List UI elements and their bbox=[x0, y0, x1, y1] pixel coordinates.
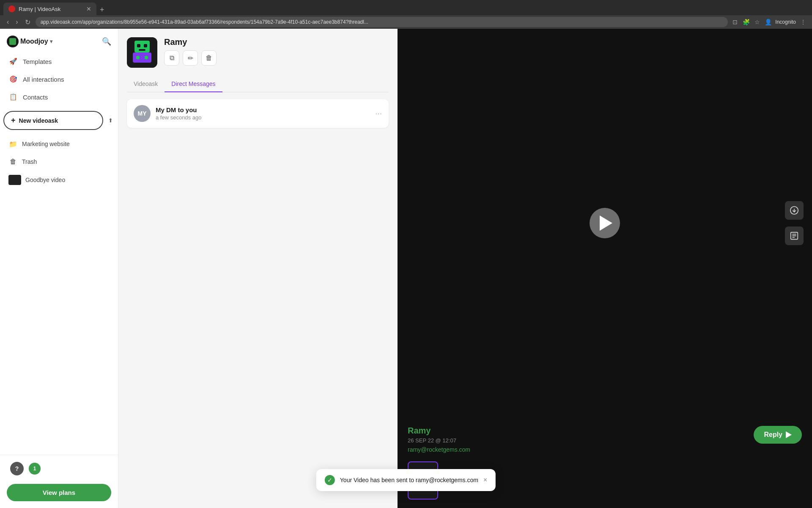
profile-icon[interactable]: 👤 bbox=[764, 18, 772, 26]
video-panel: Ramy 26 SEP 22 @ 12:07 ramy@rocketgems.c… bbox=[398, 29, 812, 508]
svg-rect-7 bbox=[145, 56, 148, 59]
target-icon: 🎯 bbox=[8, 75, 18, 84]
dm-content: My DM to you a few seconds ago bbox=[156, 106, 370, 121]
sidebar-item-contacts[interactable]: 📋 Contacts bbox=[3, 88, 115, 106]
workspace-logo bbox=[9, 38, 16, 45]
browser-chrome: Ramy | VideoAsk ✕ + ‹ › ↻ ⊡ 🧩 ☆ 👤 Incogn… bbox=[0, 0, 812, 29]
reload-button[interactable]: ↻ bbox=[23, 17, 32, 27]
svg-rect-6 bbox=[136, 56, 140, 59]
search-icon[interactable]: 🔍 bbox=[102, 37, 111, 46]
notifications-badge[interactable]: 1 bbox=[29, 463, 41, 475]
trash-icon: 🗑 bbox=[8, 157, 18, 166]
content-area: Ramy ⧉ ✏ 🗑 Videoask Direct Messages MY bbox=[118, 29, 812, 508]
sidebar-actions: + New videoask ⬆ bbox=[0, 108, 118, 133]
workspace-name-label: Moodjoy bbox=[20, 38, 48, 45]
import-button[interactable]: ⬆ bbox=[107, 116, 115, 125]
browser-tabs: Ramy | VideoAsk ✕ + bbox=[0, 0, 812, 15]
dm-more-icon[interactable]: ⋯ bbox=[375, 110, 382, 118]
incognito-label: Incognito bbox=[775, 19, 796, 25]
reply-button[interactable]: Reply bbox=[754, 426, 802, 444]
new-videoask-button[interactable]: + New videoask bbox=[3, 111, 103, 130]
plus-icon: + bbox=[11, 116, 16, 125]
contacts-icon: 📋 bbox=[8, 92, 18, 102]
new-tab-button[interactable]: + bbox=[96, 6, 108, 14]
video-email: ramy@rocketgems.com bbox=[408, 446, 470, 453]
tab-favicon bbox=[8, 6, 15, 12]
contact-actions: ⧉ ✏ 🗑 bbox=[164, 50, 389, 66]
toast-message: Your Video has been sent to ramy@rocketg… bbox=[340, 477, 478, 483]
sidebar-item-marketing-website[interactable]: 📁 Marketing website ••• bbox=[3, 135, 115, 153]
copy-button[interactable]: ⧉ bbox=[164, 50, 179, 66]
workspace-icon bbox=[7, 36, 19, 47]
sidebar-footer: ? 1 View plans bbox=[0, 455, 118, 508]
video-contact-name: Ramy bbox=[408, 426, 470, 436]
rocket-icon: 🚀 bbox=[8, 57, 18, 66]
extensions-icon: 🧩 bbox=[742, 18, 750, 26]
tab-videoask[interactable]: Videoask bbox=[127, 76, 165, 92]
address-bar[interactable] bbox=[36, 17, 728, 27]
app: Moodjoy ▾ 🔍 🚀 Templates 🎯 All interactio… bbox=[0, 29, 812, 508]
play-button[interactable] bbox=[590, 208, 620, 238]
play-icon bbox=[600, 215, 612, 231]
sidebar-item-all-interactions[interactable]: 🎯 All interactions bbox=[3, 70, 115, 88]
help-button[interactable]: ? bbox=[10, 462, 24, 475]
sidebar-item-label-marketing: Marketing website bbox=[22, 141, 70, 147]
back-button[interactable]: ‹ bbox=[5, 17, 11, 27]
toast-success-icon: ✓ bbox=[325, 475, 335, 485]
forward-button[interactable]: › bbox=[14, 17, 19, 27]
avatar bbox=[127, 37, 157, 68]
view-plans-button[interactable]: View plans bbox=[7, 484, 111, 501]
workspace-chevron-icon: ▾ bbox=[50, 39, 52, 44]
cast-icon: ⊡ bbox=[731, 18, 739, 26]
sidebar-header: Moodjoy ▾ 🔍 bbox=[0, 29, 118, 51]
workspace-selector[interactable]: Moodjoy ▾ bbox=[7, 36, 52, 47]
bookmark-icon: ☆ bbox=[753, 18, 761, 26]
sidebar-nav-label-all-interactions: All interactions bbox=[23, 76, 64, 83]
dm-item[interactable]: MY My DM to you a few seconds ago ⋯ bbox=[127, 99, 389, 128]
sidebar-bottom-row: ? 1 bbox=[7, 462, 111, 479]
avatar-image bbox=[127, 37, 157, 68]
contact-tabs: Videoask Direct Messages bbox=[127, 76, 389, 92]
sidebar-items-list: 📁 Marketing website ••• 🗑 Trash Goodbye … bbox=[0, 133, 118, 455]
transcript-icon bbox=[790, 231, 799, 240]
contact-name: Ramy bbox=[164, 37, 389, 47]
toast-close-button[interactable]: × bbox=[483, 476, 487, 484]
dm-title: My DM to you bbox=[156, 106, 370, 113]
dm-avatar: MY bbox=[134, 105, 151, 122]
tab-direct-messages[interactable]: Direct Messages bbox=[165, 76, 222, 92]
video-side-actions bbox=[785, 201, 804, 245]
menu-icon[interactable]: ⋮ bbox=[799, 18, 807, 26]
delete-button[interactable]: 🗑 bbox=[201, 50, 217, 66]
contact-panel: Ramy ⧉ ✏ 🗑 Videoask Direct Messages MY bbox=[118, 29, 398, 508]
download-icon bbox=[790, 206, 799, 215]
svg-rect-5 bbox=[139, 49, 145, 51]
sidebar-item-goodbye-video[interactable]: Goodbye video ••• bbox=[3, 171, 115, 189]
active-tab[interactable]: Ramy | VideoAsk ✕ bbox=[3, 3, 96, 15]
folder-icon: 📁 bbox=[8, 139, 18, 149]
sidebar-nav-label-contacts: Contacts bbox=[23, 94, 48, 101]
reply-label: Reply bbox=[764, 431, 782, 439]
transcript-button[interactable] bbox=[785, 226, 804, 245]
toast-notification: ✓ Your Video has been sent to ramy@rocke… bbox=[316, 469, 496, 491]
sidebar-item-label-trash: Trash bbox=[22, 158, 37, 165]
video-area bbox=[398, 29, 812, 417]
edit-button[interactable]: ✏ bbox=[183, 50, 198, 66]
tab-close-btn[interactable]: ✕ bbox=[86, 6, 91, 12]
svg-rect-2 bbox=[133, 52, 151, 63]
video-date: 26 SEP 22 @ 12:07 bbox=[408, 437, 470, 444]
sidebar-nav-label-templates: Templates bbox=[23, 58, 52, 65]
dm-list: MY My DM to you a few seconds ago ⋯ bbox=[127, 99, 389, 128]
dm-time: a few seconds ago bbox=[156, 114, 370, 121]
svg-rect-3 bbox=[137, 44, 140, 47]
tab-title: Ramy | VideoAsk bbox=[19, 6, 60, 12]
browser-nav: ‹ › ↻ ⊡ 🧩 ☆ 👤 Incognito ⋮ bbox=[0, 15, 812, 29]
sidebar-item-templates[interactable]: 🚀 Templates bbox=[3, 52, 115, 70]
sidebar: Moodjoy ▾ 🔍 🚀 Templates 🎯 All interactio… bbox=[0, 29, 118, 508]
sidebar-navigation: 🚀 Templates 🎯 All interactions 📋 Contact… bbox=[0, 51, 118, 108]
sidebar-item-trash[interactable]: 🗑 Trash bbox=[3, 153, 115, 171]
dm-avatar-initials: MY bbox=[138, 110, 147, 117]
contact-header: Ramy ⧉ ✏ 🗑 bbox=[127, 37, 389, 68]
sidebar-item-label-goodbye: Goodbye video bbox=[25, 177, 65, 183]
video-contact-details: Ramy 26 SEP 22 @ 12:07 ramy@rocketgems.c… bbox=[408, 426, 470, 453]
download-button[interactable] bbox=[785, 201, 804, 220]
